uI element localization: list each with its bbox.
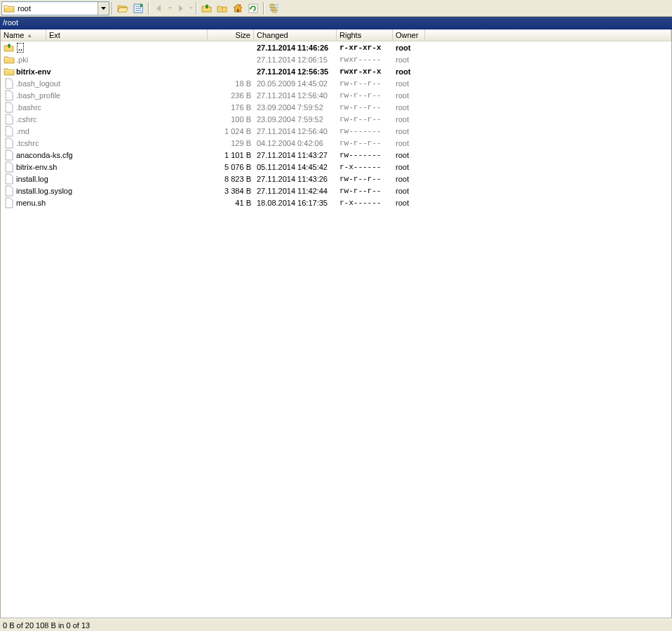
file-owner-cell: root [393,175,425,183]
file-row[interactable]: install.log.syslog3 384 B27.11.2014 11:4… [1,185,671,197]
file-icon [4,161,15,173]
file-owner-cell: root [393,151,425,159]
svg-rect-5 [237,9,239,12]
file-changed-cell: 27.11.2014 12:56:35 [254,67,337,76]
path-input[interactable] [16,4,98,13]
file-size-cell: 100 B [208,115,254,124]
file-owner-cell: root [393,55,425,64]
file-changed-cell: 27.11.2014 11:43:27 [254,151,337,159]
file-icon [4,150,15,161]
path-dropdown-button[interactable] [98,2,109,15]
parent-folder-button[interactable] [199,1,215,16]
file-name-cell: .bash_profile [1,90,208,101]
folder-icon [4,54,15,65]
file-changed-cell: 27.11.2014 12:06:15 [254,55,337,64]
refresh-button[interactable] [246,1,261,16]
file-name-text: .. [17,43,24,53]
file-row[interactable]: bitrix-env.sh5 076 B05.11.2014 14:45:42r… [1,161,671,173]
file-name-text: install.log [16,175,48,183]
file-row[interactable]: bitrix-env27.11.2014 12:56:35rwxr-xr-xro… [1,65,671,77]
file-rights-cell: rw-r--r-- [337,175,393,183]
file-name-text: bitrix-env.sh [16,163,57,171]
home-button[interactable] [230,1,246,16]
open-folder-button[interactable] [115,1,130,16]
file-name-cell: .rnd [1,126,208,137]
toolbar: / [0,0,672,17]
status-bar: 0 B of 20 108 B in 0 of 13 [0,618,672,631]
refresh-list-button[interactable] [130,1,146,16]
file-name-cell: .bash_logout [1,78,208,89]
current-path-bar: /root [0,17,672,29]
col-header-owner[interactable]: Owner [393,29,425,41]
file-size-cell: 3 384 B [208,187,254,195]
file-row[interactable]: .bash_profile236 B27.11.2014 12:56:40rw-… [1,89,671,101]
file-name-cell: .pki [1,54,208,65]
file-row[interactable]: anaconda-ks.cfg1 101 B27.11.2014 11:43:2… [1,149,671,161]
file-name-cell: .cshrc [1,114,208,125]
file-size-cell: 8 823 B [208,175,254,183]
file-rights-cell: rw------- [337,151,393,159]
file-name-cell: bitrix-env.sh [1,161,208,173]
file-rights-cell: rwxr-xr-x [337,67,393,76]
file-name-cell: .tcshrc [1,138,208,149]
file-name-text: menu.sh [16,199,46,207]
back-button[interactable] [152,1,167,16]
file-owner-cell: root [393,103,425,112]
col-header-spacer [425,29,671,41]
separator [148,2,149,15]
forward-button[interactable] [173,1,188,16]
file-row[interactable]: ..27.11.2014 11:46:26r-xr-xr-xroot [1,41,671,53]
column-headers: Name ▲ Ext Size Changed Rights Owner [1,29,671,41]
file-changed-cell: 04.12.2004 0:42:06 [254,139,337,147]
file-row[interactable]: .rnd1 024 B27.11.2014 12:56:40rw-------r… [1,125,671,137]
file-rights-cell: rw-r--r-- [337,139,393,147]
separator [196,2,197,15]
file-owner-cell: root [393,91,425,100]
file-row[interactable]: .bashrc176 B23.09.2004 7:59:52rw-r--r--r… [1,101,671,113]
root-folder-button[interactable]: / [215,1,230,16]
file-changed-cell: 23.09.2004 7:59:52 [254,115,337,124]
file-rights-cell: rw-r--r-- [337,91,393,100]
file-row[interactable]: .pki27.11.2014 12:06:15rwxr-----root [1,53,671,65]
separator [112,2,113,15]
find-button[interactable] [267,1,282,16]
forward-dropdown[interactable] [188,7,194,9]
file-name-cell: .bashrc [1,102,208,113]
file-changed-cell: 05.11.2014 14:45:42 [254,163,337,171]
separator [263,2,264,15]
file-name-text: .bashrc [16,103,41,112]
file-row[interactable]: install.log8 823 B27.11.2014 11:43:26rw-… [1,173,671,185]
file-icon [4,114,15,125]
col-header-name[interactable]: Name ▲ [1,29,46,41]
file-row[interactable]: .cshrc100 B23.09.2004 7:59:52rw-r--r--ro… [1,113,671,125]
file-owner-cell: root [393,44,425,52]
file-row[interactable]: .tcshrc129 B04.12.2004 0:42:06rw-r--r--r… [1,137,671,149]
back-dropdown[interactable] [167,7,173,9]
file-size-cell: 129 B [208,139,254,147]
col-header-changed[interactable]: Changed [254,29,337,41]
file-icon [4,173,15,185]
file-name-text: .bash_logout [16,79,60,88]
file-changed-cell: 27.11.2014 12:56:40 [254,127,337,135]
file-rights-cell: rw------- [337,127,393,135]
file-name-cell: anaconda-ks.cfg [1,150,208,161]
file-list[interactable]: ..27.11.2014 11:46:26r-xr-xr-xroot.pki27… [1,41,671,618]
file-changed-cell: 18.08.2014 16:17:35 [254,199,337,207]
file-icon [4,197,15,208]
file-icon [4,90,15,101]
file-rights-cell: rw-r--r-- [337,79,393,88]
col-header-ext[interactable]: Ext [46,29,208,41]
svg-rect-6 [240,4,241,6]
file-row[interactable]: .bash_logout18 B20.05.2009 14:45:02rw-r-… [1,77,671,89]
file-owner-cell: root [393,115,425,124]
file-owner-cell: root [393,199,425,207]
folder-icon [4,66,15,77]
file-rights-cell: rwxr----- [337,55,393,64]
file-icon [4,138,15,149]
file-row[interactable]: menu.sh41 B18.08.2014 16:17:35r-x------r… [1,197,671,208]
file-rights-cell: r-x------ [337,163,393,171]
col-header-size[interactable]: Size [208,29,254,41]
file-name-text: bitrix-env [16,67,51,76]
file-changed-cell: 23.09.2004 7:59:52 [254,103,337,112]
col-header-rights[interactable]: Rights [337,29,393,41]
